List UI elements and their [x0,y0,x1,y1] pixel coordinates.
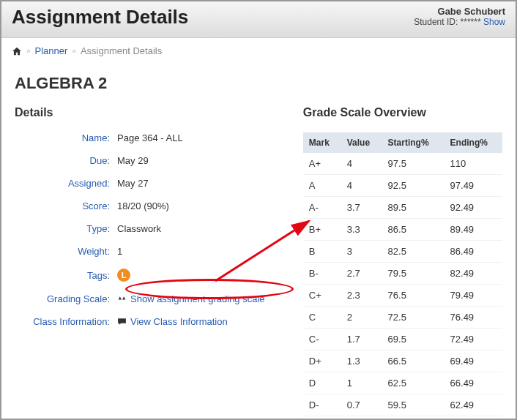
value-tags: L [117,269,130,282]
tag-badge[interactable]: L [117,269,130,282]
table-row: B382.586.49 [303,241,502,263]
label-name: Name: [15,132,117,143]
cell-mark: A+ [303,153,341,175]
home-icon[interactable] [12,46,22,56]
show-grading-scale-text: Show assignment grading scale [130,293,265,304]
cell-start: 72.5 [382,307,445,329]
cell-mark: A [303,175,341,197]
detail-row-assigned: Assigned: May 27 [15,178,290,189]
label-tags: Tags: [15,270,117,281]
cell-value: 4 [341,153,382,175]
cell-value: 4 [341,175,382,197]
label-type: Type: [15,223,117,234]
cell-mark: C- [303,329,341,350]
cell-value: 0 [341,416,382,421]
sid-label: Student ID: [414,17,458,27]
cell-value: 3.3 [341,219,382,241]
cell-value: 0.7 [341,394,382,416]
cell-start: 69.5 [382,329,445,350]
cell-start: 97.5 [382,153,445,175]
cell-value: 1.3 [341,350,382,372]
table-row: B-2.779.582.49 [303,263,502,285]
table-row: C-1.769.572.49 [303,329,502,350]
table-row: C272.576.49 [303,307,502,329]
cell-mark: C+ [303,285,341,307]
details-section-title: Details [15,106,290,119]
cell-value: 3.7 [341,197,382,219]
breadcrumb: » Planner » Assignment Details [1,38,516,64]
cell-end: 97.49 [445,175,502,197]
cell-mark: B- [303,263,341,285]
cell-mark: B [303,241,341,263]
col-end: Ending% [445,132,502,153]
details-column: Details Name: Page 364 - ALL Due: May 29… [15,106,290,420]
cell-value: 2 [341,307,382,329]
cell-end: 82.49 [445,263,502,285]
cell-mark: A- [303,197,341,219]
breadcrumb-current: Assignment Details [81,45,162,56]
label-score: Score: [15,200,117,211]
value-type: Classwork [117,223,161,234]
cell-end: 86.49 [445,241,502,263]
show-sid-link[interactable]: Show [483,17,505,27]
value-name: Page 364 - ALL [117,132,183,143]
col-mark: Mark [303,132,341,153]
value-weight: 1 [117,246,122,257]
table-row: C+2.376.579.49 [303,285,502,307]
col-value: Value [341,132,382,153]
table-row: D-0.759.562.49 [303,394,502,416]
cell-start: 86.5 [382,219,445,241]
cell-mark: F [303,416,341,421]
table-row: B+3.386.589.49 [303,219,502,241]
breadcrumb-sep: » [26,47,31,55]
cell-value: 3 [341,241,382,263]
label-due: Due: [15,155,117,166]
cell-start: 79.5 [382,263,445,285]
cell-end: 110 [445,153,502,175]
table-row: A-3.789.592.49 [303,197,502,219]
detail-row-weight: Weight: 1 [15,246,290,257]
show-grading-scale-link[interactable]: Show assignment grading scale [117,293,265,304]
detail-row-type: Type: Classwork [15,223,290,234]
grade-scale-table: Mark Value Starting% Ending% A+497.5110A… [303,132,502,420]
breadcrumb-planner-link[interactable]: Planner [35,45,68,56]
cell-value: 1 [341,372,382,394]
label-weight: Weight: [15,246,117,257]
user-name: Gabe Schubert [414,6,505,17]
cell-start: 66.5 [382,350,445,372]
table-row: A492.597.49 [303,175,502,197]
scale-icon [117,294,127,304]
class-title: ALGEBRA 2 [15,74,502,93]
value-assigned: May 27 [117,178,149,189]
cell-value: 1.7 [341,329,382,350]
table-row: D+1.366.569.49 [303,350,502,372]
table-row: D162.566.49 [303,372,502,394]
label-grading-scale: Grading Scale: [15,293,117,304]
breadcrumb-sep: » [72,47,76,55]
table-row: F0059.49 [303,416,502,421]
cell-mark: D- [303,394,341,416]
cell-mark: C [303,307,341,329]
label-assigned: Assigned: [15,178,117,189]
cell-mark: D+ [303,350,341,372]
cell-mark: B+ [303,219,341,241]
cell-start: 59.5 [382,394,445,416]
cell-end: 76.49 [445,307,502,329]
value-due: May 29 [117,155,149,166]
detail-row-class-info: Class Information: View Class Informatio… [15,316,290,327]
view-class-info-link[interactable]: View Class Information [117,316,228,327]
grade-scale-column: Grade Scale Overview Mark Value Starting… [303,106,502,420]
cell-end: 92.49 [445,197,502,219]
cell-start: 92.5 [382,175,445,197]
header-user-block: Gabe Schubert Student ID: ****** Show [414,6,505,27]
student-id-row: Student ID: ****** Show [414,17,505,27]
cell-end: 59.49 [445,416,502,421]
cell-value: 2.3 [341,285,382,307]
detail-row-name: Name: Page 364 - ALL [15,132,290,143]
cell-start: 76.5 [382,285,445,307]
speech-bubble-icon [117,318,127,326]
content: ALGEBRA 2 Details Name: Page 364 - ALL D… [1,64,516,420]
cell-value: 2.7 [341,263,382,285]
col-start: Starting% [382,132,445,153]
detail-row-score: Score: 18/20 (90%) [15,200,290,211]
